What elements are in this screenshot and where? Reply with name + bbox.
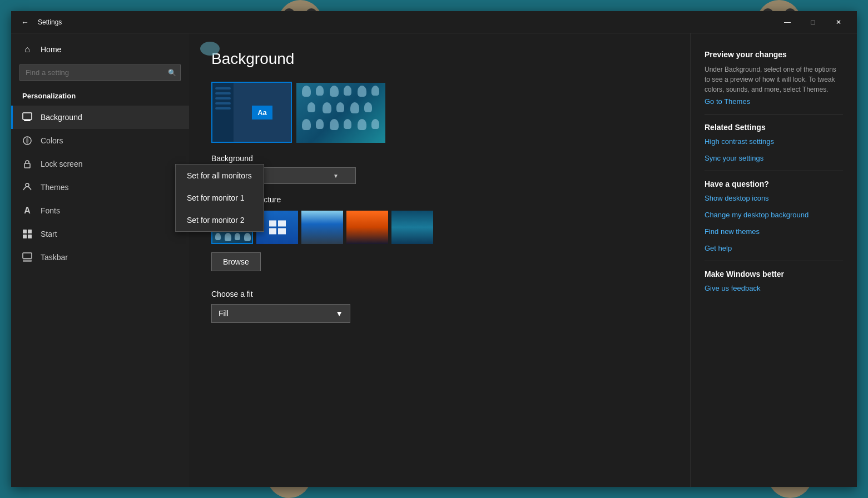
find-new-themes-link[interactable]: Find new themes <box>705 227 843 236</box>
sidebar-item-start[interactable]: Start <box>11 222 189 246</box>
svg-rect-5 <box>23 230 27 233</box>
have-question-title: Have a question? <box>705 180 843 188</box>
context-menu-item-monitor-1[interactable]: Set for monitor 1 <box>176 187 264 209</box>
start-icon <box>22 229 32 239</box>
sidebar-item-home[interactable]: ⌂ Home <box>11 39 189 60</box>
search-box: 🔍 <box>19 64 181 81</box>
related-settings-title: Related Settings <box>705 123 843 132</box>
picture-grid <box>211 211 668 244</box>
svg-rect-3 <box>24 163 30 168</box>
window-title: Settings <box>33 18 775 26</box>
svg-rect-6 <box>28 230 32 233</box>
sidebar-item-start-label: Start <box>41 230 57 238</box>
window-controls: — □ ✕ <box>775 14 851 31</box>
preview-description: Under Background, select one of the opti… <box>705 64 843 94</box>
section-title: Personalization <box>11 89 189 106</box>
main-layout: ⌂ Home 🔍 Personalization Background <box>11 33 857 487</box>
sidebar-item-themes-label: Themes <box>41 183 69 192</box>
restore-button[interactable]: □ <box>800 14 826 31</box>
background-type-row: Background Picture ▼ <box>211 154 668 184</box>
choose-fit-label: Choose a fit <box>211 290 668 298</box>
fit-chevron-icon: ▼ <box>335 309 343 318</box>
svg-rect-10 <box>23 260 32 262</box>
get-help-link[interactable]: Get help <box>705 244 843 252</box>
sidebar-item-background[interactable]: Background <box>11 106 189 129</box>
fonts-icon: A <box>22 206 32 216</box>
svg-rect-8 <box>28 235 32 238</box>
preview-secondary <box>296 83 385 143</box>
page-title: Background <box>211 50 668 68</box>
svg-rect-0 <box>23 113 32 119</box>
context-menu-monitor-2-label: Set for monitor 2 <box>187 216 245 225</box>
make-windows-title: Make Windows better <box>705 270 843 278</box>
close-button[interactable]: ✕ <box>826 14 851 31</box>
context-menu-item-monitor-2[interactable]: Set for monitor 2 <box>176 209 264 231</box>
picture-thumb-5[interactable] <box>391 211 433 244</box>
go-to-themes-link[interactable]: Go to Themes <box>705 97 843 106</box>
taskbar-icon <box>22 252 32 262</box>
high-contrast-link[interactable]: High contrast settings <box>705 137 843 146</box>
title-bar: ← Settings — □ ✕ <box>11 11 857 33</box>
context-menu-item-all-monitors[interactable]: Set for all monitors <box>176 165 264 187</box>
lock-icon <box>22 159 32 169</box>
divider-2 <box>705 171 843 171</box>
background-icon <box>22 112 32 122</box>
search-input[interactable] <box>19 64 181 81</box>
sidebar-item-fonts-label: Fonts <box>41 206 60 215</box>
sidebar-item-colors-label: Colors <box>41 136 63 145</box>
search-icon: 🔍 <box>168 69 176 77</box>
sync-settings-link[interactable]: Sync your settings <box>705 154 843 162</box>
choose-picture-section: Choose your picture <box>211 195 668 285</box>
sidebar-item-background-label: Background <box>41 113 82 122</box>
fit-dropdown[interactable]: Fill ▼ <box>211 304 350 323</box>
sidebar-item-themes[interactable]: Themes <box>11 176 189 199</box>
sidebar-item-taskbar-label: Taskbar <box>41 253 68 262</box>
dropdown-chevron-icon: ▼ <box>333 173 339 179</box>
show-desktop-icons-link[interactable]: Show desktop icons <box>705 194 843 202</box>
svg-rect-7 <box>23 235 27 238</box>
background-section-label: Background <box>211 154 668 163</box>
right-panel: Preview your changes Under Background, s… <box>690 33 857 487</box>
content-area: Background <box>189 33 690 487</box>
home-label: Home <box>41 45 61 54</box>
sidebar-item-lock-screen[interactable]: Lock screen <box>11 152 189 176</box>
back-button[interactable]: ← <box>17 14 33 31</box>
context-menu-all-monitors-label: Set for all monitors <box>187 171 252 180</box>
context-menu-monitor-1-label: Set for monitor 1 <box>187 193 245 202</box>
browse-button[interactable]: Browse <box>211 252 261 271</box>
preview-container: Aa <box>211 82 668 143</box>
choose-fit-section: Choose a fit Fill ▼ <box>211 290 668 323</box>
sidebar-item-lock-screen-label: Lock screen <box>41 160 82 168</box>
context-menu: Set for all monitors Set for monitor 1 S… <box>175 164 264 232</box>
picture-thumb-3[interactable] <box>301 211 343 244</box>
svg-rect-1 <box>24 120 31 121</box>
settings-window: ← Settings — □ ✕ ⌂ Home 🔍 Personalizatio… <box>11 11 857 487</box>
change-desktop-bg-link[interactable]: Change my desktop background <box>705 211 843 219</box>
themes-icon <box>22 182 32 192</box>
sidebar-item-colors[interactable]: Colors <box>11 129 189 152</box>
sidebar-item-taskbar[interactable]: Taskbar <box>11 246 189 269</box>
picture-thumb-4[interactable] <box>346 211 388 244</box>
sidebar-item-fonts[interactable]: A Fonts <box>11 199 189 222</box>
svg-rect-9 <box>23 253 32 258</box>
give-feedback-link[interactable]: Give us feedback <box>705 284 843 292</box>
home-icon: ⌂ <box>22 44 32 54</box>
sidebar: ⌂ Home 🔍 Personalization Background <box>11 33 189 487</box>
divider-1 <box>705 114 843 114</box>
preview-main: Aa <box>211 82 292 143</box>
choose-picture-label: Choose your picture <box>211 195 668 204</box>
divider-3 <box>705 261 843 261</box>
preview-title: Preview your changes <box>705 50 843 59</box>
svg-point-4 <box>26 183 29 187</box>
fit-value: Fill <box>219 309 229 318</box>
minimize-button[interactable]: — <box>775 14 800 31</box>
colors-icon <box>22 136 32 146</box>
